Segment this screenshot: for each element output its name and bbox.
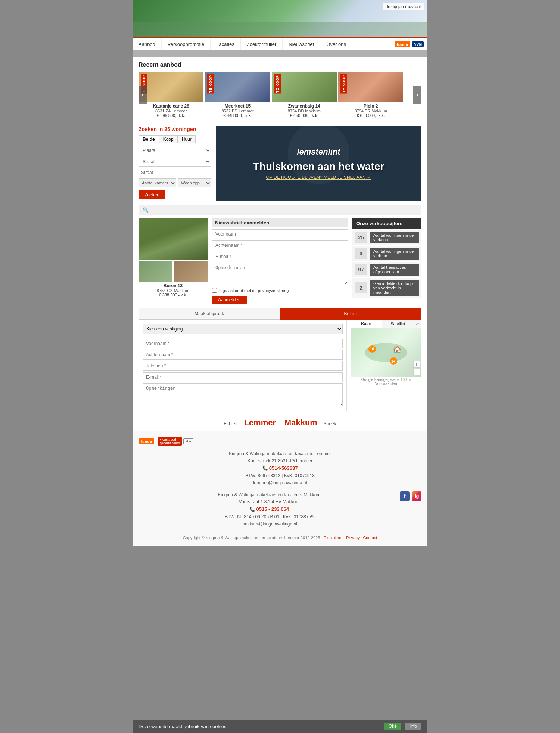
map-zoom-in[interactable]: + (413, 361, 420, 368)
newsletter-achternaam[interactable] (212, 240, 348, 250)
city-sneek[interactable]: Sneek (324, 421, 336, 426)
search-options-row: Aantal kamers Woon.opp. (139, 178, 211, 187)
verkoopcijfers-section: Onze verkoopcijfers 25 Aantal woningen i… (352, 218, 421, 304)
sbo-badge: sbo (183, 438, 193, 444)
property-image-3: TE KOOP (272, 72, 337, 102)
newsletter-email[interactable] (212, 252, 348, 261)
property-address-3: 8754 DD Makkum (272, 109, 337, 113)
search-section: Zoeken in 25 woningen Beide Koop Huur Pl… (133, 122, 427, 205)
map-display: 10 14 🏠 + − (351, 328, 421, 377)
instagram-icon[interactable]: ig (412, 491, 421, 501)
footer-lemmer-email: lemmer@kingmawalinga.nl (139, 479, 421, 487)
contact-form-area: Kies een vestiging (139, 320, 347, 411)
tab-beide[interactable]: Beide (139, 135, 159, 143)
featured-price: € 338.500,- k.k. (139, 293, 208, 297)
contact-achternaam[interactable] (143, 350, 343, 360)
verkoop-item-2: 0 Aantal woningen in de verhuur (352, 246, 421, 261)
property-card[interactable]: TE KOOP Meerkoet 15 8532 BD Lemmer € 448… (205, 72, 270, 118)
search-woonopp[interactable]: Woon.opp. (178, 178, 211, 187)
carousel-left-arrow[interactable]: ‹ (139, 86, 147, 104)
facebook-icon[interactable]: f (400, 491, 410, 501)
contact-email[interactable] (143, 372, 343, 382)
contact-telefoon[interactable] (143, 361, 343, 371)
lemstenlint-banner[interactable]: lemstenlint Thuiskomen aan het water OP … (216, 126, 421, 201)
phone-icon-2: 📞 (249, 507, 255, 512)
search-straat1[interactable]: Straat (139, 157, 211, 167)
footer-makkum-phone-number: 0515 - 233 664 (256, 506, 289, 512)
verkoop-item-4: 2 Gemiddelde doorloop van verkocht in ma… (352, 278, 421, 298)
footer-makkum-company: Kingma & Walinga makelaars en taxateurs … (139, 491, 400, 498)
map-marker-2: 14 (390, 357, 397, 365)
map-tab-kaart[interactable]: Kaart (351, 320, 382, 328)
te-koop-badge-2: TE KOOP (207, 74, 214, 94)
search-text-input[interactable] (151, 208, 417, 213)
aanmelden-button[interactable]: Aanmelden (212, 296, 247, 304)
search-form: Zoeken in 25 woningen Beide Koop Huur Pl… (139, 126, 211, 201)
property-name-1: Kastanjeleane 28 (139, 103, 203, 109)
property-card[interactable]: TE KOOP Plein 2 8754 ER Makkum € 650.000… (338, 72, 403, 118)
banner-cta[interactable]: OP DE HOOGTE BLIJVEN? MELD JE SNEL AAN → (266, 175, 371, 180)
search-box-row: 🔍 (139, 205, 421, 215)
nvm-badge[interactable]: NVM (412, 41, 424, 47)
nav-taxaties[interactable]: Taxaties (211, 38, 241, 50)
footer-privacy-link[interactable]: Privacy (346, 535, 360, 540)
city-makkum[interactable]: Makkum (284, 418, 317, 427)
contact-form-box: Kies een vestiging (139, 320, 347, 411)
property-price-3: € 450.000,- k.k. (272, 113, 337, 118)
city-echten[interactable]: Echten (224, 421, 237, 426)
search-plaats[interactable]: Plaats (139, 146, 211, 155)
featured-thumb-2 (174, 261, 208, 282)
phone-icon: 📞 (262, 466, 268, 471)
property-card[interactable]: TE KOOP Kastanjeleane 28 8531 ZA Lemmer … (139, 72, 203, 118)
footer-disclaimer-link[interactable]: Disclaimer (324, 535, 343, 540)
featured-main-image (139, 218, 208, 260)
search-kamers[interactable]: Aantal kamers (139, 178, 176, 187)
newsletter-title: Nieuwsbrief aanmelden (212, 218, 348, 227)
verkoop-label-2: Aantal woningen in de verhuur (370, 248, 419, 260)
featured-address: 8754 CX Makkum (139, 288, 208, 293)
nav-aanbod[interactable]: Aanbod (133, 38, 162, 50)
nav-verkooppromotie[interactable]: Verkooppromotie (162, 38, 211, 50)
footer-contact-link[interactable]: Contact (363, 535, 377, 540)
te-koop-badge-3: TE KOOP (274, 74, 281, 94)
vestiging-select[interactable]: Kies een vestiging (143, 324, 343, 334)
tab-huur[interactable]: Huur (178, 135, 196, 143)
te-koop-badge-4: TE KOOP (340, 74, 347, 94)
contact-opmerkingen[interactable] (143, 383, 343, 406)
carousel-items: TE KOOP Kastanjeleane 28 8531 ZA Lemmer … (139, 72, 421, 118)
map-tab-satelliet[interactable]: Satelliet (382, 320, 414, 328)
footer-makkum-info: Kingma & Walinga makelaars en taxateurs … (139, 491, 400, 528)
map-fullscreen-button[interactable]: ⤢ (414, 320, 421, 328)
property-card[interactable]: TE KOOP Zwanenbalg 14 8754 DD Makkum € 4… (272, 72, 337, 118)
tab-koop[interactable]: Koop (159, 135, 178, 143)
property-name-3: Zwanenbalg 14 (272, 103, 337, 109)
property-price-4: € 650.000,- k.k. (338, 113, 403, 118)
tab-maak-afspraak[interactable]: Maak afspraak (139, 308, 280, 320)
search-icon: 🔍 (143, 207, 149, 213)
banner-tagline: Thuiskomen aan het water (253, 161, 385, 173)
verkoop-item-3: 97 Aantal transacties afgelopen jaar (352, 262, 421, 277)
tab-bel-mij[interactable]: Bel mij (280, 308, 421, 320)
nav-over-ons[interactable]: Over ons (320, 38, 352, 50)
search-straat2[interactable] (139, 168, 211, 177)
zoeken-button[interactable]: Zoeken (139, 190, 165, 199)
privacy-checkbox[interactable] (212, 288, 217, 293)
login-bar[interactable]: Inloggen move.nl (383, 3, 424, 10)
map-zoom-out[interactable]: − (413, 369, 420, 375)
newsletter-opmerkingen[interactable] (212, 263, 348, 285)
verkoop-label-3: Aantal transacties afgelopen jaar (370, 264, 419, 276)
nav-zoekformulier[interactable]: Zoekformulier (241, 38, 283, 50)
verkoop-num-3: 97 (355, 264, 367, 275)
main-nav: Aanbod Verkooppromotie Taxaties Zoekform… (133, 37, 427, 50)
footer-logos: funda ♦ vastgoedgecertificeerd sbo (139, 437, 421, 446)
contact-voornaam[interactable] (143, 339, 343, 348)
footer-lemmer-phone-number: 0514-563637 (269, 465, 298, 471)
banner-logo: lemstenlint (297, 147, 340, 157)
city-lemmer[interactable]: Lemmer (244, 418, 276, 427)
recent-aanbod-section: Recent aanbod ‹ TE KOOP Kastanjeleane 28… (133, 57, 427, 122)
nav-nieuwsbrief[interactable]: Nieuwsbrief (283, 38, 320, 50)
carousel-right-arrow[interactable]: › (413, 86, 421, 104)
funda-badge[interactable]: funda (395, 41, 410, 47)
footer-makkum: Kingma & Walinga makelaars en taxateurs … (139, 491, 421, 528)
newsletter-voornaam[interactable] (212, 229, 348, 239)
